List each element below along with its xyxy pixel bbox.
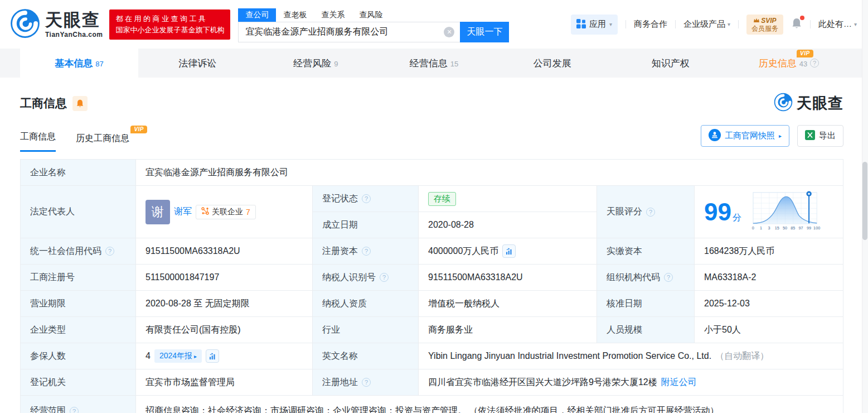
scrollbar-thumb[interactable]: [862, 162, 867, 240]
svip-label: SVIP: [761, 17, 776, 25]
search-tab-risk[interactable]: 查风险: [352, 8, 390, 22]
reg-address-value: 四川省宜宾市临港经开区国兴大道沙坪路9号港荣大厦12楼: [428, 377, 657, 388]
field-label: 企业名称: [21, 160, 136, 186]
nav-cooperation[interactable]: 商务合作: [634, 19, 667, 30]
nearby-companies-link[interactable]: 附近公司: [661, 377, 697, 388]
subtab-history-business-info[interactable]: 历史工商信息 VIP: [76, 133, 129, 152]
field-label: 天眼评分 ?: [597, 186, 695, 238]
credit-code-value: 91511500MA63318A2U: [136, 238, 313, 265]
subtab-business-info[interactable]: 工商信息: [20, 131, 56, 152]
field-label: 实缴资本: [597, 238, 695, 265]
english-name-value: Yibin Lingang Jinyuan Industrial Investm…: [428, 351, 711, 361]
apps-menu[interactable]: 应用 ▾: [571, 15, 618, 35]
field-label: 注册地址 ?: [313, 369, 419, 396]
field-label: 组织机构代码 ?: [597, 265, 695, 291]
org-code-value: MA63318A-2: [695, 265, 843, 291]
field-label: 经营范围 ?: [21, 396, 136, 413]
field-label: 企业类型: [21, 317, 136, 343]
business-scope-value: 招商信息咨询；社会经济咨询；市场调研咨询；企业管理咨询；投资与资产管理。 （依法…: [136, 396, 843, 413]
insured-count-value: 4: [146, 351, 151, 361]
annual-report-badge[interactable]: 2024年报 ▸: [154, 349, 202, 363]
svg-text:0: 0: [752, 225, 754, 230]
legal-rep-cell: 谢 谢军 关联企业 7: [136, 186, 313, 238]
grid-icon: [576, 19, 586, 30]
capital-trend-icon[interactable]: [502, 244, 516, 258]
eye-logo-icon: [774, 93, 793, 114]
tab-company-development[interactable]: 公司发展: [493, 49, 612, 78]
help-icon[interactable]: ?: [380, 273, 389, 282]
tab-operation-info[interactable]: 经营信息 15: [375, 49, 493, 78]
search-area: 查公司 查老板 查关系 查风险 宜宾临港金源产业招商服务有限公司 × 天眼一下: [238, 7, 509, 42]
insured-trend-icon[interactable]: [206, 349, 219, 363]
field-label: 登记状态 ?: [313, 186, 419, 212]
field-label: 统一社会信用代码 ?: [21, 238, 136, 265]
tab-label: 基本信息: [55, 57, 93, 70]
field-label: 人员规模: [597, 317, 695, 343]
tab-label: 经营信息: [410, 57, 448, 70]
tab-basic-info[interactable]: 基本信息 87: [20, 49, 138, 78]
related-companies-badge[interactable]: 关联企业 7: [196, 205, 256, 219]
tianyancha-company-page: 天眼查 TianYanCha.com 都在用的商业查询工具 国家中小企业发展子基…: [0, 0, 868, 413]
help-icon[interactable]: ?: [664, 273, 673, 282]
label-text: 统一社会信用代码: [30, 246, 101, 257]
tab-count: 43: [799, 60, 807, 68]
divider: [738, 20, 739, 28]
related-companies-label: 关联企业: [212, 207, 243, 217]
tab-label: 历史信息: [759, 58, 797, 69]
label-text: 登记状态: [322, 193, 358, 205]
clear-search-icon[interactable]: ×: [444, 27, 454, 37]
taxpayer-id-value: 91511500MA63318A2U: [419, 265, 597, 291]
search-tab-relation[interactable]: 查关系: [314, 8, 352, 22]
tab-label: 法律诉讼: [178, 57, 216, 70]
field-label: 英文名称: [313, 343, 419, 369]
user-menu[interactable]: 此处有… ▾: [818, 19, 857, 30]
scrollbar-track[interactable]: [862, 0, 868, 413]
svg-text:50: 50: [783, 225, 787, 230]
export-label: 导出: [819, 131, 836, 141]
nav-enterprise[interactable]: 企业级产品 ▾: [683, 19, 730, 30]
help-icon[interactable]: ?: [70, 407, 79, 413]
related-companies-count: 7: [246, 208, 250, 217]
search-tab-company[interactable]: 查公司: [238, 8, 276, 22]
subscribe-bell-icon[interactable]: [72, 96, 88, 111]
help-icon[interactable]: ?: [105, 247, 114, 256]
arrow-right-icon: ▸: [194, 353, 197, 359]
slogan-line2: 国家中小企业发展子基金旗下机构: [115, 25, 224, 36]
help-icon[interactable]: ?: [646, 208, 655, 217]
score-value: 99: [704, 198, 731, 225]
label-text: 天眼评分: [607, 206, 642, 218]
svg-text:100: 100: [813, 225, 820, 230]
tab-legal-litigation[interactable]: 法律诉讼: [138, 49, 256, 78]
tianyan-score-cell[interactable]: 99分: [695, 186, 843, 238]
notification-bell-icon[interactable]: [791, 17, 802, 31]
score-unit: 分: [733, 213, 741, 222]
search-input-value: 宜宾临港金源产业招商服务有限公司: [245, 26, 444, 38]
field-label: 注册资本 ?: [313, 238, 419, 265]
reg-capital-cell: 4000000万人民币: [419, 238, 597, 265]
company-name-value: 宜宾临港金源产业招商服务有限公司: [136, 160, 843, 186]
logo-domain: TianYanCha.com: [45, 31, 103, 38]
official-snapshot-button[interactable]: 工商官网快照 ▸: [701, 125, 789, 147]
help-icon[interactable]: ?: [362, 247, 371, 256]
business-info-table: 企业名称 宜宾临港金源产业招商服务有限公司 法定代表人 谢 谢军: [20, 159, 843, 413]
staff-size-value: 小于50人: [695, 317, 843, 343]
help-icon[interactable]: ?: [362, 194, 371, 203]
tab-label: 公司发展: [534, 57, 571, 70]
legal-rep-name-link[interactable]: 谢军: [174, 206, 192, 218]
tianyancha-logo[interactable]: 天眼查 TianYanCha.com: [10, 8, 103, 41]
help-icon[interactable]: ?: [810, 59, 819, 68]
search-input[interactable]: 宜宾临港金源产业招商服务有限公司 ×: [238, 22, 460, 42]
search-tab-boss[interactable]: 查老板: [276, 8, 314, 22]
status-badge: 存续: [428, 192, 456, 206]
export-button[interactable]: 导出: [797, 125, 843, 147]
svip-sublabel: 会员服务: [751, 25, 778, 32]
svip-member-button[interactable]: SVIP 会员服务: [746, 15, 783, 35]
search-button[interactable]: 天眼一下: [460, 22, 509, 42]
tab-history-info[interactable]: 历史信息 VIP 43 ?: [730, 49, 848, 78]
tab-operation-risk[interactable]: 经营风险 9: [256, 49, 375, 78]
reg-authority-value: 宜宾市市场监督管理局: [136, 369, 313, 396]
legal-rep-avatar[interactable]: 谢: [146, 200, 170, 224]
eye-logo-icon: [10, 8, 40, 41]
help-icon[interactable]: ?: [362, 378, 371, 387]
tab-intellectual-property[interactable]: 知识产权: [612, 49, 730, 78]
